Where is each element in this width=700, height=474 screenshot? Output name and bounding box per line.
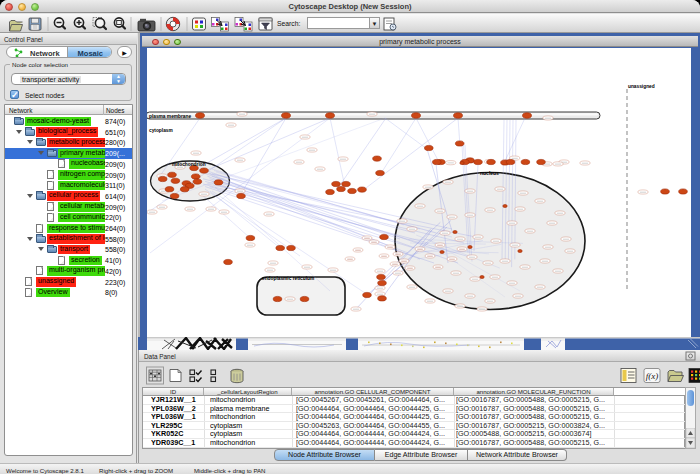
- svg-text:endoplasmic reticulum: endoplasmic reticulum: [262, 276, 314, 281]
- svg-text:nucleus: nucleus: [480, 170, 499, 176]
- svg-text:unassigned: unassigned: [628, 84, 655, 89]
- svg-text:f(x): f(x): [646, 371, 659, 381]
- svg-text:plasma membrane: plasma membrane: [149, 114, 191, 119]
- svg-text:mitochondrion: mitochondrion: [172, 162, 206, 167]
- svg-text:cytoplasm: cytoplasm: [149, 128, 173, 133]
